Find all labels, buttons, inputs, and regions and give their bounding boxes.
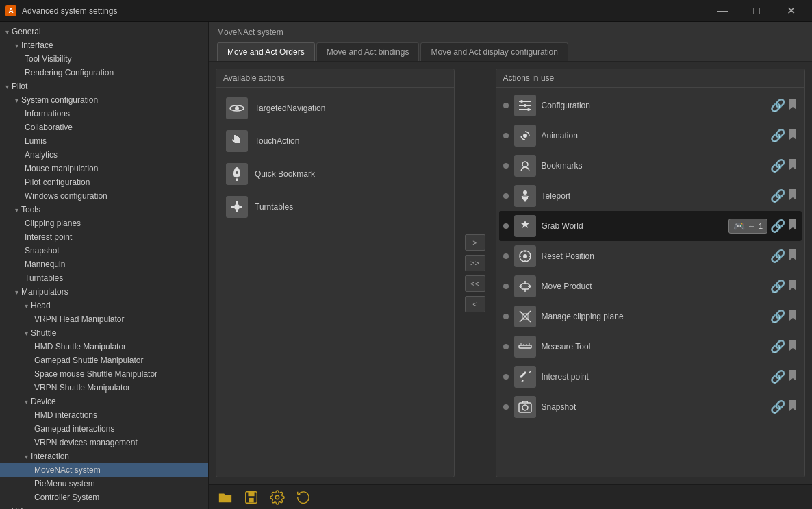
sidebar-item-gamepad-interactions[interactable]: Gamepad interactions [0, 422, 208, 436]
sidebar-item-vrpn-shuttle[interactable]: VRPN Shuttle Manipulator [0, 381, 208, 395]
sidebar-item-mouse-manipulation[interactable]: Mouse manipulation [0, 162, 208, 175]
sidebar-item-informations[interactable]: Informations [0, 107, 208, 121]
sidebar-item-system-config[interactable]: ▾System configuration [0, 93, 208, 107]
available-panel-header: Available actions [216, 69, 454, 88]
inuse-item-move-product[interactable]: Move Product🔗 [499, 271, 802, 301]
sidebar-item-vrpn-devices[interactable]: VRPN devices management [0, 436, 208, 449]
sidebar-item-vrpn-head[interactable]: VRPN Head Manipulator [0, 312, 208, 326]
close-button[interactable]: ✕ [775, 0, 807, 22]
inuse-icon-grab-world [514, 215, 536, 237]
sidebar-item-spacemouse-shuttle[interactable]: Space mouse Shuttle Manipulator [0, 367, 208, 381]
link-button-reset-position[interactable]: 🔗 [770, 249, 785, 264]
inuse-item-grab-world[interactable]: Grab World🎮←1🔗 [499, 211, 802, 241]
tab-display[interactable]: Move and Act display configuration [420, 42, 568, 61]
transfer-forward-button[interactable]: > [465, 234, 485, 251]
sidebar-item-rendering-config[interactable]: Rendering Configuration [0, 66, 208, 79]
link-button-grab-world[interactable]: 🔗 [770, 219, 785, 234]
link-button-configuration[interactable]: 🔗 [770, 98, 785, 113]
sidebar-item-turntables[interactable]: Turntables [0, 271, 208, 285]
sidebar-item-interaction[interactable]: ▾Interaction [0, 449, 208, 463]
bookmark-button-manage-clipping[interactable] [788, 309, 798, 324]
link-button-snapshot[interactable]: 🔗 [770, 399, 785, 414]
sidebar-label-gamepad-shuttle: Gamepad Shuttle Manipulator [34, 356, 143, 365]
sidebar-item-tools[interactable]: ▾Tools [0, 203, 208, 216]
sidebar-item-device[interactable]: ▾Device [0, 395, 208, 408]
bookmark-button-grab-world[interactable] [788, 219, 798, 234]
tab-orders[interactable]: Move and Act Orders [217, 42, 315, 61]
transfer-backward-all-button[interactable]: << [465, 275, 485, 292]
sidebar-item-analytics[interactable]: Analytics [0, 148, 208, 162]
bookmark-button-teleport[interactable] [788, 188, 798, 203]
sidebar-item-interface[interactable]: ▾Interface [0, 38, 208, 52]
sidebar-item-clipping-planes[interactable]: Clipping planes [0, 216, 208, 230]
inuse-item-animation[interactable]: Animation🔗 [499, 121, 802, 151]
bookmark-button-interest-point[interactable] [788, 369, 798, 384]
window-controls: — □ ✕ [707, 0, 807, 22]
link-button-interest-point[interactable]: 🔗 [770, 369, 785, 384]
sidebar-item-collaborative[interactable]: Collaborative [0, 121, 208, 134]
sidebar-item-gamepad-shuttle[interactable]: Gamepad Shuttle Manipulator [0, 353, 208, 367]
link-button-teleport[interactable]: 🔗 [770, 188, 785, 203]
available-item-targeted-nav[interactable]: TargetedNavigation [220, 92, 450, 125]
sidebar-item-snapshot[interactable]: Snapshot [0, 244, 208, 258]
inuse-item-reset-position[interactable]: Reset Position🔗 [499, 241, 802, 271]
inuse-item-configuration[interactable]: Configuration🔗 [499, 90, 802, 121]
open-folder-button[interactable] [216, 488, 235, 507]
bookmark-button-snapshot[interactable] [788, 399, 798, 414]
sidebar-item-hmd-shuttle[interactable]: HMD Shuttle Manipulator [0, 340, 208, 353]
available-item-touch-action[interactable]: TouchAction [220, 125, 450, 158]
minimize-button[interactable]: — [707, 0, 738, 22]
settings-button[interactable] [268, 488, 287, 507]
svg-rect-18 [249, 497, 253, 501]
sidebar-item-hmd-interactions[interactable]: HMD interactions [0, 408, 208, 422]
sidebar-item-controller-system[interactable]: Controller System [0, 491, 208, 504]
link-button-manage-clipping[interactable]: 🔗 [770, 309, 785, 324]
sidebar-item-shuttle[interactable]: ▾Shuttle [0, 326, 208, 340]
inuse-panel-header: Actions in use [496, 69, 804, 88]
sidebar-item-lumis[interactable]: Lumis [0, 134, 208, 148]
sidebar-item-pilot[interactable]: ▾Pilot [0, 79, 208, 93]
sidebar-item-tool-visibility[interactable]: Tool Visibility [0, 52, 208, 66]
sidebar-item-movenaact-system[interactable]: MoveNAct system [0, 463, 208, 477]
inuse-icon-move-product [514, 275, 536, 297]
available-list: TargetedNavigationTouchActionQuick Bookm… [216, 88, 454, 477]
history-button[interactable] [294, 488, 313, 507]
inuse-item-teleport[interactable]: Teleport🔗 [499, 181, 802, 211]
bookmark-button-configuration[interactable] [788, 98, 798, 113]
sidebar-item-general[interactable]: ▾General [0, 25, 208, 38]
transfer-backward-button[interactable]: < [465, 296, 485, 312]
available-item-turntables[interactable]: Turntables [220, 190, 450, 223]
sidebar-item-vr[interactable]: ▾VR [0, 504, 208, 509]
inuse-item-bookmarks[interactable]: Bookmarks🔗 [499, 151, 802, 181]
available-item-quick-bookmark[interactable]: Quick Bookmark [220, 158, 450, 190]
keybind-badge-grab-world[interactable]: 🎮←1 [728, 219, 767, 234]
sidebar-label-turntables: Turntables [25, 273, 63, 283]
bookmark-button-move-product[interactable] [788, 279, 798, 294]
link-button-move-product[interactable]: 🔗 [770, 279, 785, 294]
link-button-bookmarks[interactable]: 🔗 [770, 158, 785, 173]
inuse-label-bookmarks: Bookmarks [542, 161, 765, 171]
inuse-label-manage-clipping: Manage clipping plane [542, 312, 765, 321]
inuse-bullet-manage-clipping [503, 314, 509, 319]
tab-bindings[interactable]: Move and Act bindings [316, 42, 420, 61]
transfer-forward-all-button[interactable]: >> [465, 255, 485, 271]
inuse-item-snapshot[interactable]: Snapshot🔗 [499, 392, 802, 422]
bookmark-button-animation[interactable] [788, 128, 798, 143]
inuse-item-measure-tool[interactable]: Measure Tool🔗 [499, 332, 802, 362]
inuse-item-manage-clipping[interactable]: Manage clipping plane🔗 [499, 301, 802, 332]
bookmark-button-reset-position[interactable] [788, 249, 798, 264]
save-button[interactable] [242, 488, 261, 507]
sidebar-item-pilot-configuration[interactable]: Pilot configuration [0, 175, 208, 189]
sidebar-item-mannequin[interactable]: Mannequin [0, 258, 208, 271]
bookmark-button-measure-tool[interactable] [788, 339, 798, 354]
link-button-animation[interactable]: 🔗 [770, 128, 785, 143]
sidebar-item-interest-point[interactable]: Interest point [0, 230, 208, 244]
sidebar-item-windows-configuration[interactable]: Windows configuration [0, 189, 208, 203]
sidebar-item-head[interactable]: ▾Head [0, 299, 208, 312]
link-button-measure-tool[interactable]: 🔗 [770, 339, 785, 354]
inuse-item-interest-point[interactable]: Interest point🔗 [499, 362, 802, 392]
maximize-button[interactable]: □ [741, 0, 772, 22]
sidebar-item-piemenu-system[interactable]: PieMenu system [0, 477, 208, 491]
bookmark-button-bookmarks[interactable] [788, 158, 798, 173]
sidebar-item-manipulators[interactable]: ▾Manipulators [0, 285, 208, 299]
